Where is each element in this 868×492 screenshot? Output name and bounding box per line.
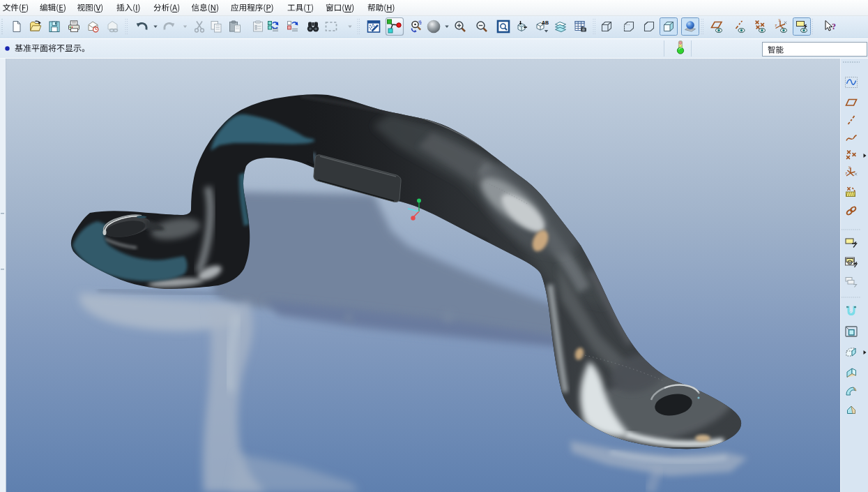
svg-text:A: A xyxy=(848,261,851,265)
svg-text:AB: AB xyxy=(542,20,549,25)
svg-text:y: y xyxy=(848,165,851,169)
svg-text:?: ? xyxy=(832,22,836,31)
svg-text:z: z xyxy=(775,23,777,27)
svg-text:z: z xyxy=(846,171,848,175)
svg-text:y: y xyxy=(779,17,781,22)
